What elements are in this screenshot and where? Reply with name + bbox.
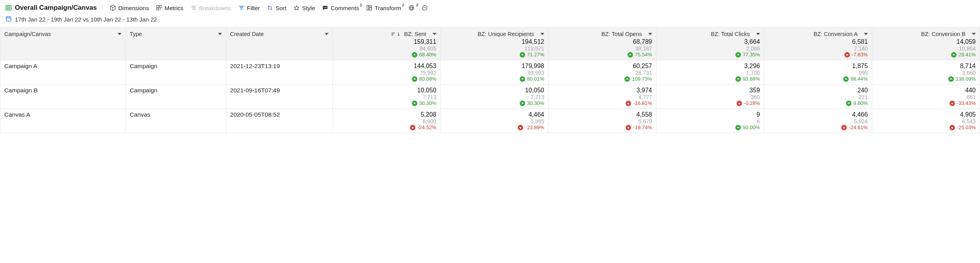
sort-button[interactable]: Sort [267, 5, 286, 11]
metric-header-pct: -7.83% [768, 52, 868, 58]
metric-header-compare: 39,187 [553, 45, 652, 52]
col-header-metric[interactable]: BZ: Sent 159,311 94,605 68.40% [333, 27, 440, 60]
cell-metric: 5,208 6,900 -24.52% [333, 109, 440, 133]
metric-header-pct: 71.27% [445, 52, 544, 58]
col-header-metric[interactable]: BZ: Conversion A 6,581 7,140 -7.83% [764, 27, 872, 60]
more-button[interactable] [422, 5, 428, 11]
metric-pct: 30.30% [337, 100, 436, 106]
cell-metric: 60,257 28,731 109.73% [548, 60, 656, 85]
cell-metric: 144,053 79,992 80.08% [333, 60, 440, 85]
caret-down-icon [325, 33, 329, 35]
col-header-campaign[interactable]: Campaign/Canvas [0, 27, 126, 60]
metric-value: 9 [660, 111, 760, 118]
cell-metric: 9 6 50.00% [656, 109, 764, 133]
metric-compare: 5,865 [445, 118, 544, 124]
caret-down-icon [540, 33, 544, 35]
svg-rect-5 [157, 5, 159, 7]
cell-metric: 3,974 4,777 -16.81% [548, 85, 656, 109]
metric-header-label: BZ: Total Clicks [711, 31, 750, 37]
style-icon [293, 5, 300, 11]
metric-value: 4,558 [553, 111, 652, 118]
metric-value: 144,053 [337, 63, 436, 70]
dimensions-label: Dimensions [118, 5, 149, 11]
col-header-metric[interactable]: BZ: Total Clicks 3,664 2,066 77.35% [656, 27, 764, 60]
arrow-down-icon [950, 125, 955, 130]
arrow-up-icon [735, 52, 741, 58]
arrow-up-icon [843, 76, 849, 82]
cell-metric: 1,875 995 88.44% [764, 60, 872, 85]
cell-type: Campaign [125, 60, 226, 85]
arrow-down-icon [410, 125, 415, 130]
metric-value: 4,905 [876, 111, 976, 118]
metric-compare: 1,700 [660, 70, 760, 76]
metric-compare: 360 [660, 94, 760, 100]
metric-compare: 7,713 [445, 94, 544, 100]
table-row[interactable]: Canvas A Canvas 2020-05-05T08:52 5,208 6… [0, 109, 980, 133]
cube-icon [110, 5, 116, 11]
metric-value: 3,974 [553, 87, 652, 94]
metric-pct: 30.30% [445, 100, 544, 106]
table-icon [5, 5, 12, 11]
metric-compare: 5,924 [768, 118, 868, 124]
svg-point-17 [326, 7, 327, 8]
metric-header-total: 6,581 [768, 38, 868, 45]
metric-pct: 8.60% [768, 100, 868, 106]
metrics-button[interactable]: # Metrics [156, 5, 183, 11]
metric-pct: -0.28% [660, 100, 760, 106]
arrow-up-icon [846, 101, 851, 106]
metric-value: 60,257 [553, 63, 652, 70]
arrow-up-icon [520, 101, 525, 106]
date-range-selector[interactable]: 17th Jan 22 - 19th Jan 22 vs 10th Jan 22… [0, 14, 980, 27]
page-title: Overall Campaign/Canvas [15, 4, 97, 12]
metric-value: 4,466 [768, 111, 868, 118]
filter-button[interactable]: Filter [238, 5, 260, 11]
globe-button[interactable]: β [408, 5, 415, 11]
arrow-up-icon [628, 52, 633, 58]
metric-compare: 4,777 [553, 94, 652, 100]
cell-metric: 440 661 -33.43% [872, 85, 980, 109]
arrow-down-icon [950, 101, 955, 106]
metric-pct: 93.88% [660, 76, 760, 82]
table-row[interactable]: Campaign A Campaign 2021-12-23T13:19 144… [0, 60, 980, 85]
metric-compare: 661 [876, 94, 976, 100]
title-block: Overall Campaign/Canvas [5, 4, 103, 12]
metric-header-compare: 10,864 [876, 45, 976, 52]
metric-value: 359 [660, 87, 760, 94]
metric-value: 8,714 [876, 63, 976, 70]
transform-button[interactable]: Transform β [366, 5, 401, 11]
metric-value: 10,050 [445, 87, 544, 94]
table-row[interactable]: Campaign B Campaign 2021-09-16T07:49 10,… [0, 85, 980, 109]
filter-icon [238, 5, 245, 11]
comments-icon [322, 5, 328, 11]
cell-metric: 240 221 8.60% [764, 85, 872, 109]
metric-pct: -24.52% [337, 124, 436, 130]
style-button[interactable]: Style [293, 5, 315, 11]
metrics-label: Metrics [165, 5, 183, 11]
col-header-metric[interactable]: BZ: Conversion B 14,059 10,864 29.41% [872, 27, 980, 60]
col-header-type[interactable]: Type [125, 27, 226, 60]
metric-value: 240 [768, 87, 868, 94]
comments-button[interactable]: Comments β [322, 5, 359, 11]
metric-header-compare: 7,140 [768, 45, 868, 52]
metric-pct: -19.74% [553, 124, 652, 130]
metric-pct: 88.44% [768, 76, 868, 82]
cell-metric: 4,466 5,924 -24.61% [764, 109, 872, 133]
arrow-down-icon [737, 101, 742, 106]
toolbar: Overall Campaign/Canvas Dimensions # Met… [0, 0, 980, 14]
cell-metric: 10,050 7,713 30.30% [333, 85, 440, 109]
metric-header-label: BZ: Sent [404, 31, 426, 37]
svg-point-26 [424, 7, 425, 8]
col-header-metric[interactable]: BZ: Unique Recipients 194,512 113,571 71… [440, 27, 548, 60]
metric-pct: -33.43% [876, 100, 976, 106]
svg-rect-28 [6, 17, 11, 21]
col-header-metric[interactable]: BZ: Total Opens 68,789 39,187 75.54% [548, 27, 656, 60]
col-header-created[interactable]: Created Date [226, 27, 333, 60]
svg-rect-20 [369, 8, 372, 10]
arrow-up-icon [412, 101, 417, 106]
dimensions-button[interactable]: Dimensions [110, 5, 149, 11]
cell-type: Campaign [125, 85, 226, 109]
metric-header-compare: 113,571 [445, 45, 544, 52]
metric-header-compare: 2,066 [660, 45, 760, 52]
svg-point-16 [325, 7, 325, 8]
date-range-text: 17th Jan 22 - 19th Jan 22 vs 10th Jan 22… [15, 16, 157, 23]
